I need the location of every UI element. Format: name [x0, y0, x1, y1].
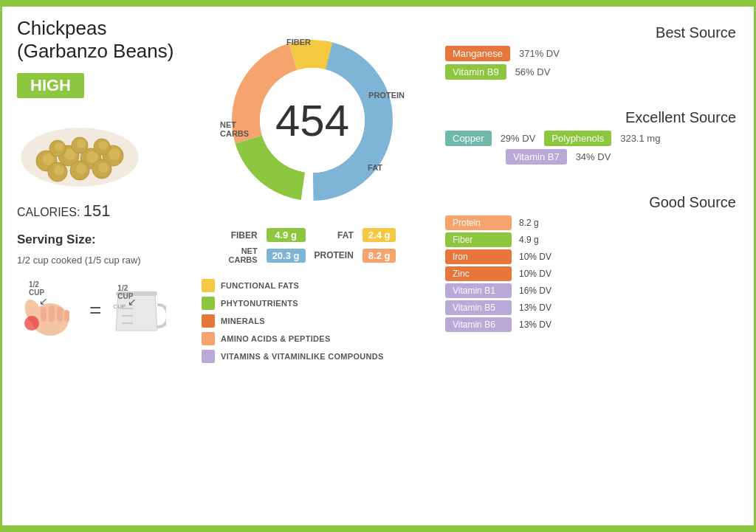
chickpeas-image: [17, 113, 142, 187]
bottom-border: [2, 525, 754, 530]
fiber-macro-label: FIBER: [229, 230, 258, 241]
excellent-vitaminb7-value: 34% DV: [570, 149, 617, 165]
high-badge: HIGH: [17, 73, 84, 98]
excellent-source-row-2: Vitamin B7 34% DV: [445, 149, 739, 165]
good-source-vitaminb6: Vitamin B6 13% DV: [445, 317, 739, 332]
good-protein-value: 8.2 g: [515, 216, 543, 229]
legend-label-vitamins: VITAMINS & VITAMINLIKE COMPOUNDS: [221, 352, 384, 361]
donut-netcarbs-label: NETCARBS: [220, 120, 249, 138]
legend-label-phytonutrients: PHYTONUTRIENTS: [221, 299, 298, 308]
good-vitaminb1-value: 16% DV: [515, 284, 556, 297]
title-line2: (Garbanzo Beans): [17, 40, 173, 62]
svg-point-2: [42, 153, 54, 165]
legend-dot-vitamins: [202, 350, 215, 363]
hand-illustration: 1/2 CUP ↙: [17, 279, 83, 342]
legend-dot-minerals: [202, 314, 215, 328]
good-source-fiber: Fiber 4.9 g: [445, 232, 739, 247]
excellent-polyphenols-name: Polyphenols: [544, 131, 611, 146]
good-source-iron: Iron 10% DV: [445, 249, 739, 264]
legend-dot-functional-fats: [202, 279, 215, 292]
svg-point-20: [99, 141, 108, 150]
serving-size-title: Serving Size:: [17, 232, 179, 247]
svg-rect-26: [57, 307, 63, 322]
fiber-macro-value: 4.9 g: [267, 228, 306, 242]
good-iron-value: 10% DV: [515, 250, 556, 263]
svg-point-14: [98, 162, 109, 173]
legend-phytonutrients: PHYTONUTRIENTS: [202, 297, 438, 310]
netcarbs-macro-value: 20.3 g: [267, 249, 306, 263]
good-vitaminb5-value: 13% DV: [515, 301, 556, 314]
good-source-vitaminb1: Vitamin B1 16% DV: [445, 283, 739, 298]
good-vitaminb1-name: Vitamin B1: [445, 283, 512, 298]
excellent-copper-value: 29% DV: [495, 131, 542, 146]
good-iron-name: Iron: [445, 249, 512, 264]
equals-sign: =: [89, 299, 101, 322]
good-zinc-name: Zinc: [445, 266, 512, 281]
svg-rect-27: [64, 310, 69, 322]
protein-macro-label: PROTEIN: [315, 250, 354, 260]
fat-macro-label: FAT: [315, 230, 354, 241]
legend-label-functional-fats: FUNCTIONAL FATS: [221, 281, 299, 290]
legend-label-minerals: MINERALS: [221, 317, 265, 325]
best-source-manganese-name: Manganese: [445, 46, 510, 61]
svg-point-18: [77, 139, 86, 148]
excellent-polyphenols-value: 323.1 mg: [614, 131, 666, 146]
hand-arrow: ↙: [39, 295, 48, 307]
cup-svg: [107, 283, 166, 338]
best-source-row-2: Vitamin B9 56% DV: [445, 64, 739, 80]
donut-fiber-label: FIBER: [286, 38, 311, 46]
hand-svg: [17, 279, 83, 342]
svg-point-10: [54, 165, 64, 176]
good-source-protein: Protein 8.2 g: [445, 215, 739, 230]
best-source-section: Best Source Manganese 371% DV Vitamin B9…: [445, 24, 739, 83]
legend-vitamins: VITAMINS & VITAMINLIKE COMPOUNDS: [202, 350, 438, 363]
calories-label: CALORIES:: [17, 206, 80, 218]
top-border: [2, 2, 754, 7]
calories-section: CALORIES: 151: [17, 201, 179, 221]
food-title: Chickpeas (Garbanzo Beans): [17, 17, 179, 63]
legend-container: FUNCTIONAL FATS PHYTONUTRIENTS MINERALS …: [187, 279, 438, 367]
good-fiber-name: Fiber: [445, 232, 512, 247]
middle-column: FIBER PROTEIN FAT NETCARBS 454 FIBER 4.9…: [187, 17, 438, 515]
left-column: Chickpeas (Garbanzo Beans) HIGH: [17, 17, 179, 515]
fat-macro-value: 2.4 g: [362, 228, 396, 242]
netcarbs-macro-label: NET CARBS: [229, 246, 258, 264]
serving-size-description: 1/2 cup cooked (1/5 cup raw): [17, 255, 179, 266]
best-source-vitaminb9-value: 56% DV: [509, 64, 557, 80]
serving-visual: 1/2 CUP ↙ =: [17, 279, 179, 342]
donut-fat-label: FAT: [368, 163, 382, 172]
svg-point-12: [76, 164, 86, 174]
donut-center-value: 454: [275, 95, 349, 146]
good-vitaminb5-name: Vitamin B5: [445, 300, 512, 315]
title-line1: Chickpeas: [17, 17, 106, 39]
svg-point-23: [24, 316, 39, 331]
donut-chart: FIBER PROTEIN FAT NETCARBS 454: [216, 24, 408, 216]
good-protein-name: Protein: [445, 215, 512, 230]
calories-value: 151: [83, 201, 111, 220]
hand-label-half-cup: 1/2 CUP: [29, 280, 44, 297]
good-source-zinc: Zinc 10% DV: [445, 266, 739, 281]
protein-macro-value: 8.2 g: [362, 249, 396, 263]
good-source-vitaminb5: Vitamin B5 13% DV: [445, 300, 739, 315]
svg-rect-24: [41, 307, 47, 322]
cup-inner-label: CUP: [113, 303, 126, 310]
macros-grid: FIBER 4.9 g FAT 2.4 g NET CARBS 20.3 g P…: [229, 228, 396, 264]
excellent-copper-name: Copper: [445, 131, 492, 146]
excellent-vitaminb7-name: Vitamin B7: [506, 149, 567, 165]
legend-dot-phytonutrients: [202, 297, 215, 310]
excellent-source-title: Excellent Source: [445, 109, 739, 126]
cup-arrow: ↙: [128, 296, 137, 308]
legend-label-amino-acids: AMINO ACIDS & PEPTIDES: [221, 334, 331, 343]
excellent-source-row-1: Copper 29% DV Polyphenols 323.1 mg: [445, 131, 739, 146]
good-source-title: Good Source: [445, 194, 739, 211]
measuring-cup: 1/2 CUP CUP ↙: [107, 283, 166, 338]
good-source-section: Good Source Protein 8.2 g Fiber 4.9 g Ir…: [445, 194, 739, 332]
good-vitaminb6-name: Vitamin B6: [445, 317, 512, 332]
svg-point-8: [109, 148, 120, 160]
good-source-grid: Protein 8.2 g Fiber 4.9 g Iron 10% DV Zi…: [445, 215, 739, 332]
donut-protein-label: PROTEIN: [368, 91, 405, 100]
main-container: Chickpeas (Garbanzo Beans) HIGH: [2, 2, 754, 530]
excellent-source-section: Excellent Source Copper 29% DV Polypheno…: [445, 109, 739, 167]
svg-point-16: [55, 142, 63, 151]
best-source-manganese-value: 371% DV: [513, 46, 566, 61]
